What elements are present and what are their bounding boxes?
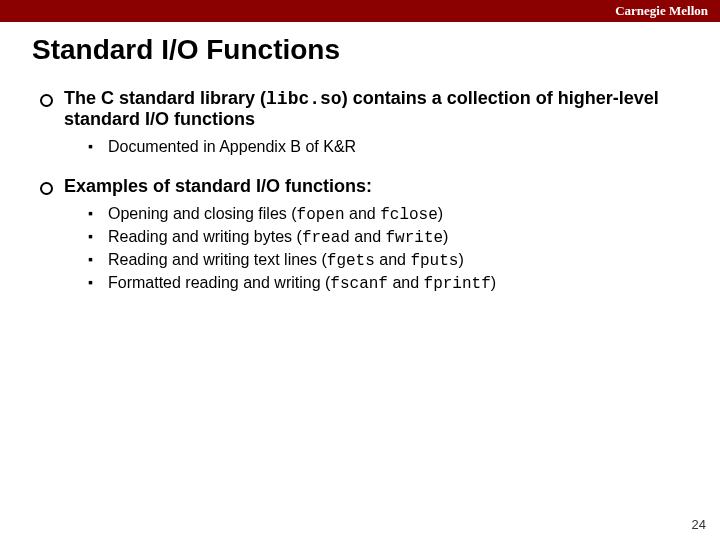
page-number: 24 [692, 517, 706, 532]
main-list: The C standard library (libc.so) contain… [32, 88, 688, 293]
bullet-0-text: The C standard library (libc.so) contain… [64, 88, 659, 129]
header-bar: Carnegie Mellon [0, 0, 720, 22]
bullet-1: Examples of standard I/O functions: Open… [40, 176, 688, 293]
slide-title: Standard I/O Functions [32, 34, 688, 66]
sub-item: Reading and writing text lines (fgets an… [88, 251, 688, 270]
sub-item: Reading and writing bytes (fread and fwr… [88, 228, 688, 247]
sub-item: Formatted reading and writing (fscanf an… [88, 274, 688, 293]
slide-content: Standard I/O Functions The C standard li… [0, 22, 720, 293]
sub-list-1: Opening and closing files (fopen and fcl… [64, 205, 688, 293]
sub-item: Opening and closing files (fopen and fcl… [88, 205, 688, 224]
bullet-0: The C standard library (libc.so) contain… [40, 88, 688, 156]
bullet-1-text: Examples of standard I/O functions: [64, 176, 372, 196]
institution-name: Carnegie Mellon [615, 3, 708, 18]
sub-item: Documented in Appendix B of K&R [88, 138, 688, 156]
sub-list-0: Documented in Appendix B of K&R [64, 138, 688, 156]
